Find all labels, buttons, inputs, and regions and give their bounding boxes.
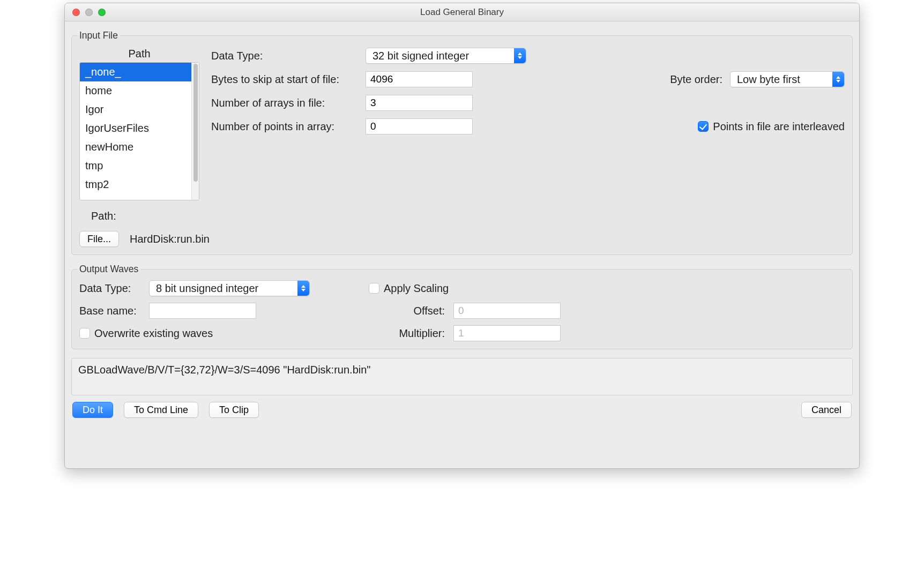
input-num-points[interactable] [366, 118, 473, 134]
input-base-name[interactable] [149, 303, 256, 319]
list-item[interactable]: IgorUserFiles [80, 119, 191, 138]
window-title: Load General Binary [65, 7, 859, 18]
check-icon [79, 328, 90, 339]
select-output-data-type[interactable]: 8 bit unsigned integer [149, 280, 310, 296]
file-path-text: HardDisk:run.bin [130, 233, 210, 245]
label-out-data-type: Data Type: [79, 282, 144, 295]
label-num-arrays: Number of arrays in file: [211, 97, 360, 109]
label-num-points: Number of points in array: [211, 121, 360, 133]
label-offset: Offset: [394, 305, 448, 317]
label-data-type: Data Type: [211, 50, 360, 62]
checkbox-label: Overwrite existing waves [94, 327, 213, 340]
file-button[interactable]: File... [79, 231, 119, 247]
list-item[interactable]: _none_ [80, 63, 191, 81]
settings-column: Data Type: 32 bit signed integer Bytes t… [211, 47, 845, 247]
checkbox-overwrite[interactable]: Overwrite existing waves [79, 327, 213, 340]
label-multiplier: Multiplier: [394, 327, 448, 340]
select-value: Low byte first [737, 73, 806, 86]
list-item[interactable]: tmp [80, 156, 191, 175]
legend-input-file: Input File [77, 30, 120, 41]
groupbox-output-waves: Output Waves Data Type: 8 bit unsigned i… [71, 264, 853, 349]
path-listbox[interactable]: _none_homeIgorIgorUserFilesnewHometmptmp… [79, 62, 199, 200]
list-item[interactable]: Igor [80, 100, 191, 119]
path-column: Path _none_homeIgorIgorUserFilesnewHomet… [79, 47, 199, 247]
label-base-name: Base name: [79, 305, 144, 317]
chevron-updown-icon [832, 72, 844, 87]
zoom-icon[interactable] [98, 9, 106, 16]
scrollbar-thumb[interactable] [193, 64, 198, 182]
minimize-icon [85, 9, 93, 16]
check-icon [698, 121, 709, 132]
button-row: Do It To Cmd Line To Clip Cancel [71, 402, 853, 418]
select-value: 32 bit signed integer [372, 50, 474, 62]
check-icon [369, 283, 379, 294]
select-value: 8 bit unsigned integer [156, 282, 264, 295]
cancel-button[interactable]: Cancel [801, 402, 852, 418]
input-bytes-skip[interactable] [366, 71, 473, 87]
label-bytes-skip: Bytes to skip at start of file: [211, 73, 360, 86]
chevron-updown-icon [297, 281, 309, 296]
select-input-data-type[interactable]: 32 bit signed integer [366, 48, 526, 64]
list-item[interactable]: home [80, 81, 191, 100]
checkbox-apply-scaling[interactable]: Apply Scaling [369, 282, 449, 295]
path-label: Path: [79, 200, 199, 226]
to-clip-button[interactable]: To Clip [209, 402, 259, 418]
select-byte-order[interactable]: Low byte first [730, 71, 845, 87]
close-icon[interactable] [72, 9, 80, 16]
scrollbar[interactable] [191, 63, 199, 200]
chevron-updown-icon [514, 48, 526, 63]
input-num-arrays[interactable] [366, 95, 473, 111]
checkbox-label: Apply Scaling [384, 282, 449, 295]
groupbox-input-file: Input File Path _none_homeIgorIgorUserFi… [71, 30, 853, 255]
to-cmd-line-button[interactable]: To Cmd Line [124, 402, 198, 418]
dialog-content: Input File Path _none_homeIgorIgorUserFi… [65, 21, 859, 468]
list-item[interactable]: newHome [80, 138, 191, 156]
list-item[interactable]: tmp2 [80, 175, 191, 194]
input-multiplier[interactable] [453, 325, 561, 341]
label-byte-order: Byte order: [670, 73, 722, 86]
command-preview: GBLoadWave/B/V/T={32,72}/W=3/S=4096 "Har… [71, 358, 853, 395]
command-text: GBLoadWave/B/V/T={32,72}/W=3/S=4096 "Har… [78, 364, 370, 376]
do-it-button[interactable]: Do It [72, 402, 113, 418]
titlebar: Load General Binary [65, 3, 859, 21]
dialog-window: Load General Binary Input File Path _non… [64, 3, 860, 469]
input-offset[interactable] [453, 303, 561, 319]
legend-output-waves: Output Waves [77, 264, 140, 275]
path-header: Path [79, 47, 199, 62]
checkbox-label: Points in file are interleaved [713, 121, 845, 133]
window-controls [65, 9, 106, 16]
checkbox-interleaved[interactable]: Points in file are interleaved [698, 121, 845, 133]
